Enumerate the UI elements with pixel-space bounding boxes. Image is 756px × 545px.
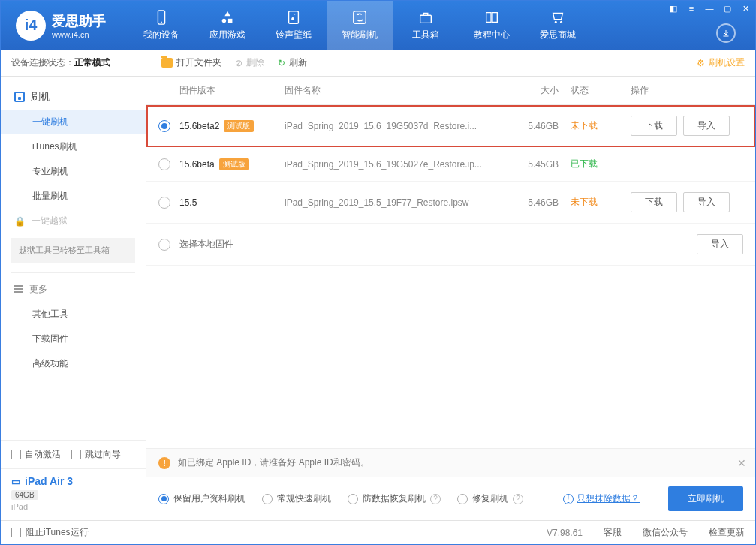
flash-now-button[interactable]: 立即刷机 <box>668 486 743 511</box>
name-cell: iPad_Spring_2019_15.6_19G5027e_Restore.i… <box>285 159 511 170</box>
window-controls: ◧ ≡ ― ▢ ✕ <box>668 3 751 14</box>
refresh-button[interactable]: ↻ 刷新 <box>278 56 307 69</box>
option-label: 常规快速刷机 <box>277 492 331 505</box>
status-value: 正常模式 <box>74 57 110 68</box>
block-itunes-checkbox[interactable]: 阻止iTunes运行 <box>11 526 89 539</box>
flash-mode-option[interactable]: 常规快速刷机 <box>262 492 331 505</box>
version-cell: 15.5 <box>179 197 285 208</box>
nav-tutorials[interactable]: 教程中心 <box>459 1 525 50</box>
option-label: 保留用户资料刷机 <box>173 492 245 505</box>
ops-cell: 下载 导入 <box>631 116 743 136</box>
flash-settings-button[interactable]: ⚙ 刷机设置 <box>697 56 745 69</box>
menu-icon[interactable]: ≡ <box>686 3 697 14</box>
sidebar-item-pro-flash[interactable]: 专业刷机 <box>1 159 146 184</box>
import-button[interactable]: 导入 <box>697 234 743 254</box>
col-size: 大小 <box>511 84 571 97</box>
help-icon[interactable]: ? <box>513 494 523 504</box>
support-link[interactable]: 客服 <box>604 526 622 539</box>
status-cell: 已下载 <box>571 158 631 170</box>
nav-label: 智能刷机 <box>342 29 378 41</box>
sidebar-head-flash[interactable]: 刷机 <box>1 84 146 110</box>
status-cell: 未下载 <box>571 196 631 209</box>
close-icon[interactable]: ✕ <box>740 3 751 14</box>
delete-label: 删除 <box>246 56 264 69</box>
device-name[interactable]: ▭ iPad Air 3 <box>11 475 135 487</box>
cart-icon <box>550 9 566 26</box>
nav-toolbox[interactable]: 工具箱 <box>393 1 459 50</box>
name-cell: iPad_Spring_2019_15.6_19G5037d_Restore.i… <box>285 121 511 131</box>
maximize-icon[interactable]: ▢ <box>722 3 733 14</box>
radio-icon[interactable] <box>158 158 170 170</box>
nav-label: 应用游戏 <box>209 29 245 41</box>
nav-my-device[interactable]: 我的设备 <box>128 1 194 50</box>
sidebar-item-itunes-flash[interactable]: iTunes刷机 <box>1 134 146 159</box>
flash-mode-option[interactable]: 保留用户资料刷机 <box>158 492 245 505</box>
import-button[interactable]: 导入 <box>683 116 730 136</box>
footer: 阻止iTunes运行 V7.98.61 客服 微信公众号 检查更新 <box>1 520 755 544</box>
size-cell: 5.46GB <box>511 121 571 131</box>
sidebar-item-batch-flash[interactable]: 批量刷机 <box>1 184 146 209</box>
sidebar-head-more[interactable]: 更多 <box>1 277 146 302</box>
table-row[interactable]: 选择本地固件 导入 <box>146 224 755 266</box>
table-row[interactable]: 15.6beta2测试版 iPad_Spring_2019_15.6_19G50… <box>146 105 755 147</box>
table-row[interactable]: 15.5 iPad_Spring_2019_15.5_19F77_Restore… <box>146 182 755 224</box>
flash-mode-option[interactable]: 防数据恢复刷机? <box>348 492 441 505</box>
sidebar-item-other-tools[interactable]: 其他工具 <box>1 302 146 327</box>
open-folder-label: 打开文件夹 <box>176 56 221 69</box>
info-strip: ! 如已绑定 Apple ID，请准备好 Apple ID和密码。 ✕ <box>146 448 755 477</box>
nav-store[interactable]: 爱思商城 <box>525 1 591 50</box>
close-strip-button[interactable]: ✕ <box>737 457 746 469</box>
sidebar-head-label: 刷机 <box>31 90 50 104</box>
radio-icon[interactable] <box>158 197 170 209</box>
info-text: 如已绑定 Apple ID，请准备好 Apple ID和密码。 <box>178 456 369 469</box>
nav-smart-flash[interactable]: 智能刷机 <box>327 1 393 50</box>
delete-icon: ⊘ <box>235 58 242 68</box>
skip-guide-checkbox[interactable]: 跳过向导 <box>71 448 121 461</box>
checkbox-label: 阻止iTunes运行 <box>26 526 89 539</box>
minimize-icon[interactable]: ― <box>704 3 715 14</box>
col-name: 固件名称 <box>285 84 511 97</box>
radio-icon <box>262 494 273 504</box>
auto-activate-checkbox[interactable]: 自动激活 <box>11 448 61 461</box>
nav-ringtones[interactable]: 铃声壁纸 <box>261 1 327 50</box>
download-button[interactable]: 下载 <box>631 192 677 212</box>
size-cell: 5.45GB <box>511 159 571 170</box>
sidebar-item-oneclick-flash[interactable]: 一键刷机 <box>1 110 146 134</box>
skin-icon[interactable]: ◧ <box>668 3 679 14</box>
settings-label: 刷机设置 <box>709 56 745 69</box>
sidebar-options: 自动激活 跳过向导 <box>1 440 146 468</box>
music-icon <box>285 9 302 26</box>
open-folder-button[interactable]: 打开文件夹 <box>161 56 221 69</box>
sidebar-item-advanced[interactable]: 高级功能 <box>1 351 146 376</box>
toolbox-icon <box>417 9 434 26</box>
ops-cell: 下载 导入 <box>631 192 743 212</box>
checkbox-icon <box>11 528 21 537</box>
check-update-link[interactable]: 检查更新 <box>709 526 745 539</box>
table-row[interactable]: 15.6beta测试版 iPad_Spring_2019_15.6_19G502… <box>146 147 755 182</box>
name-cell: iPad_Spring_2019_15.5_19F77_Restore.ipsw <box>285 197 511 208</box>
hamburger-icon <box>14 285 23 293</box>
radio-icon[interactable] <box>158 120 170 132</box>
nav-apps[interactable]: 应用游戏 <box>194 1 261 50</box>
device-info: ▭ iPad Air 3 64GB iPad <box>1 468 146 520</box>
delete-button[interactable]: ⊘ 删除 <box>235 56 264 69</box>
wechat-link[interactable]: 微信公众号 <box>643 526 688 539</box>
flash-mode-option[interactable]: 修复刷机? <box>457 492 523 505</box>
flash-mode-bar: 保留用户资料刷机常规快速刷机防数据恢复刷机?修复刷机? ! 只想抹除数据？ 立即… <box>146 477 755 520</box>
erase-data-link[interactable]: ! 只想抹除数据？ <box>563 492 640 505</box>
import-button[interactable]: 导入 <box>683 192 730 212</box>
size-cell: 5.46GB <box>511 197 571 208</box>
help-icon[interactable]: ? <box>430 494 441 504</box>
more-label: 更多 <box>29 283 47 296</box>
refresh-label: 刷新 <box>289 56 307 69</box>
radio-icon[interactable] <box>158 239 170 251</box>
sidebar-item-download-firmware[interactable]: 下载固件 <box>1 327 146 351</box>
option-label: 防数据恢复刷机 <box>363 492 426 505</box>
option-label: 修复刷机 <box>472 492 508 505</box>
download-indicator-icon[interactable] <box>716 23 736 43</box>
version-cell: 15.6beta2测试版 <box>179 120 285 132</box>
col-status: 状态 <box>571 84 631 97</box>
lock-icon: 🔒 <box>14 216 26 227</box>
download-button[interactable]: 下载 <box>631 116 677 136</box>
col-version: 固件版本 <box>179 84 285 97</box>
